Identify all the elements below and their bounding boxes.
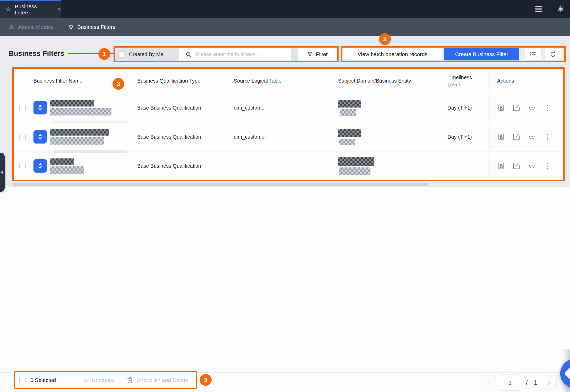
filter-button[interactable]: Filter [297,48,337,61]
redacted-name [50,100,111,115]
trash-icon [126,377,133,384]
view-details-icon[interactable] [497,133,505,141]
layers-icon [5,6,11,13]
more-actions-icon[interactable]: ⋮ [543,104,551,112]
actions-cell: ⋮ [490,122,563,151]
type-cell: Base Business Qualification [137,122,234,151]
search-segment [179,48,292,61]
timeliness-cell: - [447,152,490,180]
unpublish-delete-button[interactable]: Unpublish and Delete [126,377,188,384]
download-icon[interactable] [528,162,536,170]
redacted-subject [338,129,361,145]
subject-cell [338,122,447,151]
menu-icon[interactable] [535,6,542,12]
header-timeliness: Timeliness Level [447,69,490,93]
table-row: Base Business Qualification dim_customer… [14,122,563,151]
source-cell: dim_customer [234,122,338,151]
action-toolbar: View batch operation records Create Busi… [343,48,564,60]
signpost-icon[interactable] [557,5,564,13]
name-cell[interactable] [33,122,137,151]
search-input[interactable] [195,51,287,58]
more-actions-icon[interactable]: ⋮ [543,133,551,141]
business-filters-table: Business Filter Name Business Qualificat… [14,69,563,180]
edit-icon[interactable] [513,133,520,141]
created-by-me-segment[interactable]: Created By Me [115,48,179,61]
top-bar: Business Filters ✕ [0,0,570,18]
created-by-me-checkbox[interactable] [118,51,125,58]
nav-label: Business Filters [77,24,115,30]
row-checkbox[interactable] [19,105,26,111]
list-icon [530,51,536,58]
view-details-icon[interactable] [497,162,505,170]
divider [550,4,550,14]
selected-count: 0 Selected [30,377,56,383]
header-subject: Subject Domain/Business Entity [338,69,447,93]
sidebar-collapse-handle[interactable] [0,153,5,192]
annotation-badge-2: 2 [379,33,391,45]
table-header-row: Business Filter Name Business Qualificat… [14,69,563,93]
footer-divider [0,372,570,373]
close-icon[interactable]: ✕ [57,7,61,12]
actions-cell: ⋮ [490,152,563,180]
horizontal-scrollbar[interactable] [13,183,428,186]
tab-business-filters[interactable]: Business Filters ✕ [0,0,61,18]
column-settings-button[interactable] [525,48,541,60]
annotation-badge-1: 1 [98,48,110,60]
table-row: Base Business Qualification dim_customer… [14,93,563,122]
next-page-button[interactable] [542,376,557,390]
undeploy-button[interactable]: Undeploy [82,377,115,384]
nav-item-atomic-metrics[interactable]: Atomic Metrics [8,18,54,36]
page-separator: / [526,375,528,391]
download-icon[interactable] [528,104,536,112]
assistant-icon [564,366,570,381]
business-filter-icon [33,130,47,144]
search-icon [185,51,192,58]
prism-icon [8,24,15,30]
subject-cell [338,152,447,180]
refresh-button[interactable] [545,48,561,60]
select-all-checkbox[interactable] [19,377,26,383]
redacted-subject [338,100,361,116]
name-cell[interactable] [33,152,137,180]
redacted-name [50,129,109,145]
table-row: Base Business Qualification - - ⋮ [14,151,563,180]
edit-icon[interactable] [513,162,520,170]
view-details-icon[interactable] [497,104,505,112]
created-by-me-label: Created By Me [129,51,163,57]
refresh-icon [550,51,556,58]
tab-title: Business Filters [15,3,53,16]
chevron-left-icon [1,170,3,175]
redacted-subject [338,157,374,175]
row-checkbox[interactable] [19,134,26,140]
more-actions-icon[interactable]: ⋮ [543,162,551,170]
nav-label: Atomic Metrics [18,24,54,30]
download-icon[interactable] [528,133,536,141]
total-pages: 1 [534,375,537,391]
name-cell[interactable] [33,93,137,122]
edit-icon[interactable] [513,104,520,112]
chevron-right-icon [547,380,552,386]
unpublish-delete-label: Unpublish and Delete [136,377,188,383]
filter-label: Filter [316,51,328,57]
create-business-filter-button[interactable]: Create Business Filter [444,48,519,60]
page-number-input[interactable] [500,375,520,391]
content-lower-background [0,187,570,392]
nav-item-business-filters[interactable]: Business Filters [68,18,115,36]
undeploy-label: Undeploy [92,377,115,383]
chevron-left-icon [486,380,491,386]
create-business-filter-label: Create Business Filter [455,51,508,57]
annotation-badge-3b: 3 [200,374,212,386]
filter-toolbar: Created By Me Filter [115,48,337,61]
type-cell: Base Business Qualification [137,93,234,122]
undeploy-icon [82,377,89,384]
header-source: Source Logical Table [234,69,338,93]
view-batch-records-button[interactable]: View batch operation records [343,48,442,60]
previous-page-button[interactable] [481,376,496,390]
funnel-icon [307,51,313,57]
subject-cell [338,93,447,122]
business-filter-icon [33,101,47,114]
app-window: Business Filters ✕ Atomic Metrics Busine… [0,0,570,392]
layers-icon [68,24,74,30]
actions-cell: ⋮ [490,93,563,122]
row-checkbox[interactable] [19,163,26,169]
